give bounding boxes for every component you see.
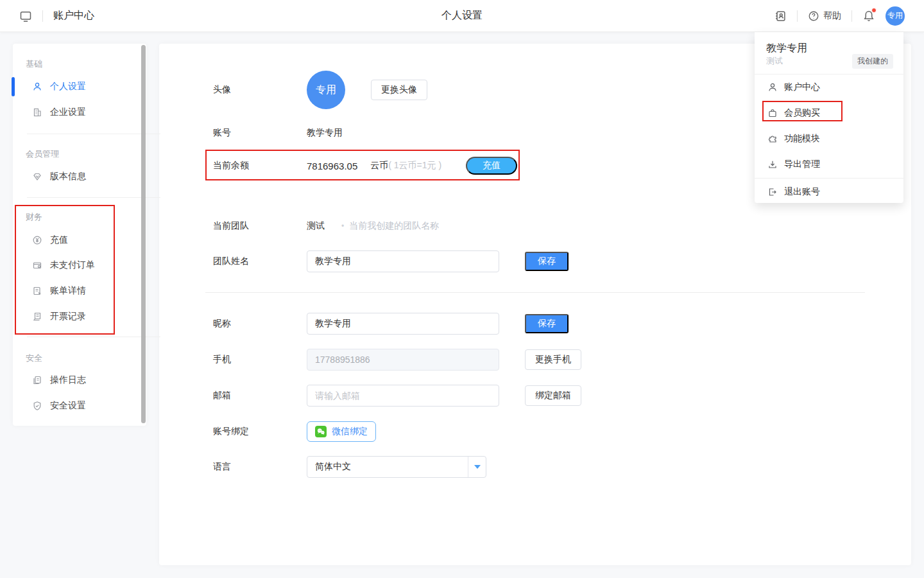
logout-icon xyxy=(767,187,778,197)
sidebar-item-label: 开票记录 xyxy=(50,311,86,322)
wechat-bind-label: 微信绑定 xyxy=(332,426,368,437)
sidebar-item-enterprise-settings[interactable]: 企业设置 xyxy=(13,100,146,125)
dropdown-subrow: 测试 我创建的 xyxy=(755,55,903,67)
notifications-button[interactable] xyxy=(862,10,875,22)
sidebar-item-label: 操作日志 xyxy=(50,374,86,386)
topbar-right: 帮助 专用 xyxy=(774,6,905,26)
chevron-down-icon xyxy=(474,465,481,469)
profile-avatar: 专用 xyxy=(307,71,345,109)
menu-item-function-modules[interactable]: 功能模块 xyxy=(755,126,903,152)
user-avatar[interactable]: 专用 xyxy=(886,6,905,26)
dropdown-title: 教学专用 xyxy=(755,42,903,55)
topbar: 账户中心 个人设置 帮助 xyxy=(0,0,924,32)
binding-label: 账号绑定 xyxy=(213,426,307,437)
sidebar-section-membership: 会员管理 xyxy=(13,148,146,160)
user-icon xyxy=(767,82,778,92)
sidebar-item-operation-log[interactable]: 操作日志 xyxy=(13,367,146,393)
balance-note: ( 1云币=1元 ) xyxy=(388,160,441,171)
user-icon xyxy=(32,82,42,92)
topbar-left: 账户中心 xyxy=(19,9,94,22)
team-hint: • 当前我创建的团队名称 xyxy=(341,220,439,232)
change-avatar-button[interactable]: 更换头像 xyxy=(371,80,427,100)
save-nickname-button[interactable]: 保存 xyxy=(525,314,569,333)
log-icon xyxy=(32,375,42,385)
change-phone-button[interactable]: 更换手机 xyxy=(525,349,581,370)
sidebar-item-label: 版本信息 xyxy=(50,171,86,182)
puzzle-icon xyxy=(767,134,778,144)
topbar-divider xyxy=(42,10,43,22)
menu-item-label: 导出管理 xyxy=(784,159,820,170)
sidebar-item-label: 未支付订单 xyxy=(50,259,95,271)
sidebar-item-security-settings[interactable]: 安全设置 xyxy=(13,393,146,419)
download-icon xyxy=(767,159,778,170)
bind-email-button[interactable]: 绑定邮箱 xyxy=(525,385,581,406)
balance-unit: 云币 xyxy=(370,160,388,171)
language-select[interactable]: 简体中文 xyxy=(307,456,486,478)
menu-item-label: 会员购买 xyxy=(784,107,820,119)
notification-dot xyxy=(871,8,877,13)
sidebar-item-invoice-records[interactable]: 开票记录 xyxy=(13,304,146,329)
language-label: 语言 xyxy=(213,461,307,473)
help-label: 帮助 xyxy=(823,10,841,22)
menu-item-account-center[interactable]: 账户中心 xyxy=(755,74,903,100)
coin-icon xyxy=(32,235,42,245)
binding-row: 账号绑定 微信绑定 xyxy=(213,421,376,442)
email-input[interactable] xyxy=(307,385,499,407)
help-icon xyxy=(808,10,819,22)
owner-badge: 我创建的 xyxy=(852,54,893,69)
sidebar-section-security: 安全 xyxy=(13,353,146,364)
phone-input xyxy=(307,349,499,371)
team-label: 当前团队 xyxy=(213,220,307,232)
balance-value: 7816963.05 xyxy=(307,161,357,171)
help-button[interactable]: 帮助 xyxy=(808,10,841,22)
phone-label: 手机 xyxy=(213,354,307,365)
account-value: 教学专用 xyxy=(307,127,343,139)
wechat-bind-button[interactable]: 微信绑定 xyxy=(307,421,376,442)
nickname-label: 昵称 xyxy=(213,318,307,329)
recharge-button[interactable]: 充值 xyxy=(466,157,517,175)
account-row: 账号 教学专用 xyxy=(213,127,343,139)
sidebar-item-label: 账单详情 xyxy=(50,285,86,297)
email-label: 邮箱 xyxy=(213,390,307,401)
invoice-icon xyxy=(32,311,42,322)
save-team-name-button[interactable]: 保存 xyxy=(525,252,569,271)
menu-item-membership-purchase[interactable]: 会员购买 xyxy=(755,100,903,126)
sidebar-item-label: 充值 xyxy=(50,234,68,246)
sidebar-item-personal-settings[interactable]: 个人设置 xyxy=(13,74,146,100)
menu-item-label: 功能模块 xyxy=(784,133,820,144)
sidebar-item-version-info[interactable]: 版本信息 xyxy=(13,164,146,189)
user-dropdown: 教学专用 测试 我创建的 账户中心 会员购买 xyxy=(755,32,903,203)
avatar-row: 头像 专用 更换头像 xyxy=(213,71,427,109)
bill-icon xyxy=(32,286,42,296)
team-name-label: 团队姓名 xyxy=(213,256,307,267)
shield-icon xyxy=(32,401,42,411)
menu-item-logout[interactable]: 退出账号 xyxy=(755,179,903,205)
language-value: 简体中文 xyxy=(307,461,468,473)
email-row: 邮箱 绑定邮箱 xyxy=(213,385,581,407)
sidebar-scrollbar[interactable] xyxy=(141,45,146,423)
menu-item-label: 账户中心 xyxy=(784,82,820,93)
menu-item-label: 退出账号 xyxy=(784,186,820,198)
team-value: 测试 xyxy=(307,220,325,232)
team-name-input[interactable] xyxy=(307,250,499,272)
sidebar-item-unpaid-orders[interactable]: 未支付订单 xyxy=(13,252,146,278)
topbar-divider xyxy=(797,10,798,22)
app-logo-icon[interactable] xyxy=(19,10,32,22)
phone-row: 手机 更换手机 xyxy=(213,349,581,371)
sidebar-item-bill-details[interactable]: 账单详情 xyxy=(13,278,146,304)
app-title: 账户中心 xyxy=(53,9,94,22)
menu-item-export-management[interactable]: 导出管理 xyxy=(755,152,903,177)
balance-row: 当前余额 7816963.05 云币 ( 1云币=1元 ) 充值 xyxy=(213,157,517,175)
nickname-input[interactable] xyxy=(307,313,499,335)
bag-icon xyxy=(767,108,778,118)
wechat-icon xyxy=(315,426,327,437)
building-icon xyxy=(32,107,42,118)
hint-bullet: • xyxy=(341,222,344,231)
wallet-icon xyxy=(32,260,42,270)
sidebar-divider xyxy=(27,337,160,337)
sidebar-item-recharge[interactable]: 充值 xyxy=(13,227,146,253)
page: 账户中心 个人设置 帮助 xyxy=(0,0,924,578)
section-divider xyxy=(205,292,865,293)
address-book-icon[interactable] xyxy=(774,10,787,22)
sidebar-section-basic: 基础 xyxy=(13,58,146,70)
